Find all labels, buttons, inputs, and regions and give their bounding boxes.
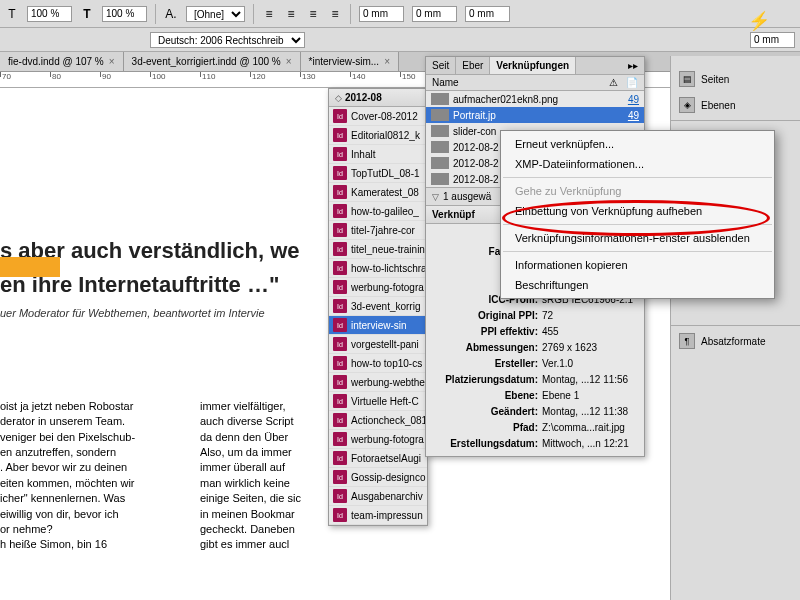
file-item[interactable]: IdCover-08-2012 (329, 107, 427, 126)
style-select[interactable]: [Ohne] (186, 6, 245, 22)
file-item[interactable]: Idtitel_neue-trainin (329, 240, 427, 259)
mm-field-4[interactable] (750, 32, 795, 48)
file-item[interactable]: Idtitel-7jahre-cor (329, 221, 427, 240)
file-item[interactable]: Idwerbung-fotogra (329, 278, 427, 297)
menu-separator (503, 251, 772, 252)
a-icon[interactable]: A. (164, 7, 178, 21)
link-info-row: Geändert:Montag, ...12 11:38 (432, 404, 638, 420)
menu-item[interactable]: Verknüpfungsinformationen-Fenster ausble… (501, 228, 774, 248)
menu-item[interactable]: Beschriftungen (501, 275, 774, 295)
link-page[interactable]: 49 (628, 110, 639, 121)
indd-icon: Id (333, 432, 347, 446)
file-item[interactable]: IdActioncheck_081 (329, 411, 427, 430)
ruler-tick: 100 (150, 72, 165, 77)
lightning-icon[interactable]: ⚡ (748, 10, 770, 32)
expand-icon[interactable]: ▽ (432, 192, 439, 202)
file-item[interactable]: Idwerbung-webthe (329, 373, 427, 392)
info-label: Abmessungen: (432, 340, 542, 356)
links-tab-links[interactable]: Verknüpfungen (490, 57, 576, 74)
link-info-row: Erstellungsdatum:Mittwoch, ...n 12:21 (432, 436, 638, 452)
file-name: Gossip-designco (351, 472, 425, 483)
file-item[interactable]: Id3d-event_korrig (329, 297, 427, 316)
file-item[interactable]: Idinterview-sin (329, 316, 427, 335)
file-name: FotoraetselAugi (351, 453, 421, 464)
file-name: how-to-lichtschra (351, 263, 427, 274)
zoom-field-1[interactable] (27, 6, 72, 22)
type-tool-icon[interactable]: T (5, 7, 19, 21)
layers-icon: ◈ (679, 97, 695, 113)
dock-pages[interactable]: ▤Seiten (671, 66, 800, 92)
file-item[interactable]: IdInhalt (329, 145, 427, 164)
link-page[interactable]: 49 (628, 94, 639, 105)
file-name: werbung-fotogra (351, 434, 424, 445)
link-info-row: Pfad:Z:\comma...rait.jpg (432, 420, 638, 436)
align-icon[interactable]: ≡ (262, 7, 276, 21)
file-name: titel-7jahre-cor (351, 225, 415, 236)
link-row[interactable]: Portrait.jp49 (426, 107, 644, 123)
file-name: TopTutDL_08-1 (351, 168, 420, 179)
file-name: Inhalt (351, 149, 375, 160)
file-item[interactable]: IdAusgabenarchiv (329, 487, 427, 506)
file-item[interactable]: Idvorgestellt-pani (329, 335, 427, 354)
language-select[interactable]: Deutsch: 2006 Rechtschreib (150, 32, 305, 48)
file-item[interactable]: Idwerbung-fotogra (329, 430, 427, 449)
pages-panel-header[interactable]: ◇ 2012-08 (329, 89, 427, 107)
links-tab-pages[interactable]: Seit (426, 57, 456, 74)
file-item[interactable]: IdTopTutDL_08-1 (329, 164, 427, 183)
file-item[interactable]: Idteam-impressun (329, 506, 427, 525)
links-tab-layers[interactable]: Eber (456, 57, 490, 74)
file-name: Ausgabenarchiv (351, 491, 423, 502)
file-item[interactable]: Idhow-to top10-cs (329, 354, 427, 373)
doc-tab-1[interactable]: fie-dvd.indd @ 107 %× (0, 52, 124, 71)
justify-icon[interactable]: ≡ (328, 7, 342, 21)
info-value: 2769 x 1623 (542, 340, 597, 356)
file-item[interactable]: IdEditorial0812_k (329, 126, 427, 145)
mm-field-1[interactable] (359, 6, 404, 22)
doc-tab-2[interactable]: 3d-event_korrigiert.indd @ 100 %× (124, 52, 301, 71)
link-info-row: Ersteller:Ver.1.0 (432, 356, 638, 372)
info-label: Platzierungsdatum: (432, 372, 542, 388)
mm-field-2[interactable] (412, 6, 457, 22)
menu-item[interactable]: Informationen kopieren (501, 255, 774, 275)
panel-menu-icon[interactable]: ▸▸ (622, 57, 644, 74)
collapse-icon[interactable]: ◇ (335, 93, 342, 103)
indd-icon: Id (333, 185, 347, 199)
file-item[interactable]: Idhow-to-galileo_ (329, 202, 427, 221)
menu-item[interactable]: XMP-Dateiinformationen... (501, 154, 774, 174)
doc-tab-3[interactable]: *interview-sim...× (301, 52, 399, 71)
file-name: Editorial0812_k (351, 130, 420, 141)
text-scale-icon[interactable]: T (80, 7, 94, 21)
links-panel-tabs: Seit Eber Verknüpfungen ▸▸ (426, 57, 644, 75)
close-icon[interactable]: × (109, 56, 115, 67)
file-item[interactable]: IdKameratest_08 (329, 183, 427, 202)
menu-item: Gehe zu Verknüpfung (501, 181, 774, 201)
link-info-row: Ebene:Ebene 1 (432, 388, 638, 404)
file-item[interactable]: Idhow-to-lichtschra (329, 259, 427, 278)
file-name: 3d-event_korrig (351, 301, 420, 312)
indd-icon: Id (333, 223, 347, 237)
dock-paragraph-styles[interactable]: ¶Absatzformate (671, 328, 800, 354)
dock-layers[interactable]: ◈Ebenen (671, 92, 800, 118)
link-thumbnail (431, 93, 449, 105)
link-thumbnail (431, 157, 449, 169)
close-icon[interactable]: × (286, 56, 292, 67)
zoom-field-2[interactable] (102, 6, 147, 22)
close-icon[interactable]: × (384, 56, 390, 67)
link-name: Portrait.jp (453, 110, 496, 121)
align-center-icon[interactable]: ≡ (284, 7, 298, 21)
pages-panel-title: 2012-08 (345, 92, 382, 103)
file-item[interactable]: IdFotoraetselAugi (329, 449, 427, 468)
info-value: 455 (542, 324, 559, 340)
menu-item[interactable]: Erneut verknüpfen... (501, 134, 774, 154)
mm-field-3[interactable] (465, 6, 510, 22)
align-right-icon[interactable]: ≡ (306, 7, 320, 21)
menu-item[interactable]: Einbettung von Verknüpfung aufheben (501, 201, 774, 221)
file-item[interactable]: IdVirtuelle Heft-C (329, 392, 427, 411)
file-item[interactable]: IdGossip-designco (329, 468, 427, 487)
indd-icon: Id (333, 318, 347, 332)
indd-icon: Id (333, 489, 347, 503)
menu-separator (503, 224, 772, 225)
file-list[interactable]: IdCover-08-2012IdEditorial0812_kIdInhalt… (329, 107, 427, 525)
indd-icon: Id (333, 128, 347, 142)
link-row[interactable]: aufmacher021ekn8.png49 (426, 91, 644, 107)
